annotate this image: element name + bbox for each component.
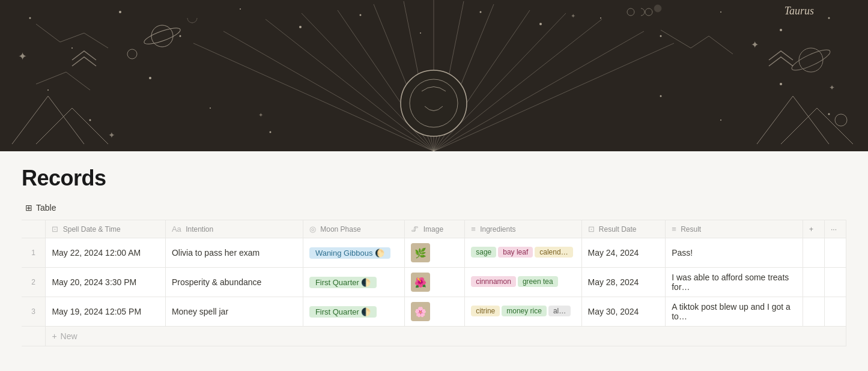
svg-point-13: [720, 11, 721, 13]
moon-phase-cell[interactable]: First Quarter 🌓: [303, 268, 405, 297]
ingredients-cell[interactable]: cinnnamongreen tea: [465, 268, 581, 297]
result-cell[interactable]: I was able to afford some treats for…: [666, 268, 803, 297]
col-header-intention[interactable]: Aa Intention: [165, 220, 303, 238]
svg-point-54: [401, 70, 467, 136]
svg-point-9: [480, 11, 482, 13]
spell-date-cell[interactable]: May 22, 2024 12:00 AM: [46, 238, 166, 268]
image-cell[interactable]: 🌿: [405, 238, 465, 268]
moon-badge: Waning Gibbous 🌔: [309, 247, 390, 259]
svg-point-24: [828, 113, 830, 115]
svg-point-4: [180, 35, 181, 37]
image-thumbnail: 🌿: [411, 243, 430, 262]
svg-point-10: [539, 23, 542, 25]
svg-point-12: [660, 35, 662, 37]
table-row[interactable]: 2May 20, 2024 3:30 PMProsperity & abunda…: [22, 268, 846, 297]
page-title: Records: [22, 166, 846, 191]
result-date-cell[interactable]: May 28, 2024: [581, 268, 666, 297]
result-cell[interactable]: Pass!: [666, 238, 803, 268]
svg-point-8: [420, 32, 421, 34]
col-header-spell-date[interactable]: ⊡ Spell Date & Time: [46, 220, 166, 238]
row-add-spacer: [803, 238, 825, 268]
table-header-row: ⊡ Spell Date & Time Aa Intention ◎ Moon …: [22, 220, 846, 238]
image-thumbnail: 🌺: [411, 273, 430, 292]
col-add-button[interactable]: +: [803, 220, 825, 238]
col-header-result-date[interactable]: ⊡ Result Date: [581, 220, 666, 238]
col-header-ingredients[interactable]: ≡ Ingredients: [465, 220, 581, 238]
svg-point-2: [71, 47, 73, 49]
col-header-image[interactable]: 🖇 Image: [405, 220, 465, 238]
col-header-moon[interactable]: ◎ Moon Phase: [303, 220, 405, 238]
image-cell[interactable]: 🌸: [405, 297, 465, 327]
svg-text:✦: ✦: [571, 13, 575, 19]
table-row[interactable]: 3May 19, 2024 12:05 PMMoney spell jarFir…: [22, 297, 846, 327]
ingredient-tag[interactable]: calend…: [535, 247, 572, 258]
calendar2-icon: ⊡: [588, 225, 595, 234]
spell-date-cell[interactable]: May 20, 2024 3:30 PM: [46, 268, 166, 297]
svg-point-23: [780, 83, 782, 85]
svg-point-5: [240, 8, 241, 10]
result-date-cell[interactable]: May 30, 2024: [581, 297, 666, 327]
row-more-spacer: [824, 297, 846, 327]
svg-text:✦: ✦: [258, 112, 263, 118]
svg-point-11: [600, 17, 601, 19]
row-more-spacer: [824, 268, 846, 297]
svg-point-6: [299, 26, 302, 28]
row-number: 1: [22, 238, 46, 268]
result-date-cell[interactable]: May 24, 2024: [581, 238, 666, 268]
result-cell[interactable]: A tiktok post blew up and I got a to…: [666, 297, 803, 327]
row-add-spacer: [803, 297, 825, 327]
new-row-label: New: [61, 331, 77, 341]
svg-point-15: [828, 17, 830, 19]
row-number: 2: [22, 268, 46, 297]
header-banner: ✦ ✦ ✦ ✦ ✦ ✦: [0, 0, 868, 151]
col-header-rownum: [22, 220, 46, 238]
svg-text:✦: ✦: [108, 130, 115, 140]
ingredient-tag[interactable]: al…: [548, 306, 571, 316]
table-row[interactable]: 1May 22, 2024 12:00 AMOlivia to pass her…: [22, 238, 846, 268]
ingredient-tag[interactable]: cinnnamon: [471, 276, 516, 287]
ingredient-tag[interactable]: money rice: [502, 306, 547, 316]
row-add-spacer: [803, 268, 825, 297]
ingredient-tag[interactable]: sage: [471, 247, 496, 258]
moon-badge: First Quarter 🌓: [309, 306, 377, 318]
table-view-toggle[interactable]: ⊞ Table: [22, 201, 59, 215]
svg-point-19: [210, 107, 211, 109]
intention-cell[interactable]: Olivia to pass her exam: [165, 238, 303, 268]
image-thumbnail: 🌸: [411, 302, 430, 321]
ingredient-tag[interactable]: green tea: [518, 276, 558, 287]
intention-cell[interactable]: Money spell jar: [165, 297, 303, 327]
row-more-spacer: [824, 238, 846, 268]
col-header-result[interactable]: ≡ Result: [666, 220, 803, 238]
svg-text:✦: ✦: [829, 83, 835, 92]
svg-point-1: [29, 17, 31, 19]
spell-date-cell[interactable]: May 19, 2024 12:05 PM: [46, 297, 166, 327]
moon-phase-cell[interactable]: First Quarter 🌓: [303, 297, 405, 327]
col-more-button[interactable]: ···: [824, 220, 846, 238]
new-row[interactable]: +New: [22, 327, 846, 346]
svg-point-20: [270, 131, 272, 133]
calendar-icon: ⊡: [52, 225, 58, 234]
moon-badge: First Quarter 🌓: [309, 277, 377, 288]
new-row-cell[interactable]: +New: [46, 327, 846, 346]
moon-phase-cell[interactable]: Waning Gibbous 🌔: [303, 238, 405, 268]
records-table: ⊡ Spell Date & Time Aa Intention ◎ Moon …: [22, 220, 846, 346]
svg-point-21: [660, 95, 662, 97]
svg-text:✦: ✦: [18, 50, 27, 62]
ingredient-tag[interactable]: bay leaf: [498, 247, 533, 258]
ingredients-cell[interactable]: sagebay leafcalend…: [465, 238, 581, 268]
moon-icon: ◎: [309, 225, 316, 234]
ingredient-tag[interactable]: citrine: [471, 306, 500, 316]
ingredients-cell[interactable]: citrinemoney riceal…: [465, 297, 581, 327]
table-icon: ⊞: [25, 203, 32, 213]
new-row-plus-icon: +: [52, 331, 56, 341]
svg-point-7: [360, 14, 362, 16]
svg-point-14: [780, 29, 782, 31]
svg-point-16: [47, 89, 49, 91]
result-icon: ≡: [672, 225, 676, 234]
svg-point-64: [654, 5, 661, 12]
image-icon: 🖇: [411, 225, 419, 234]
list-icon: ≡: [471, 225, 476, 234]
intention-cell[interactable]: Prosperity & abundance: [165, 268, 303, 297]
svg-point-22: [720, 119, 721, 121]
image-cell[interactable]: 🌺: [405, 268, 465, 297]
